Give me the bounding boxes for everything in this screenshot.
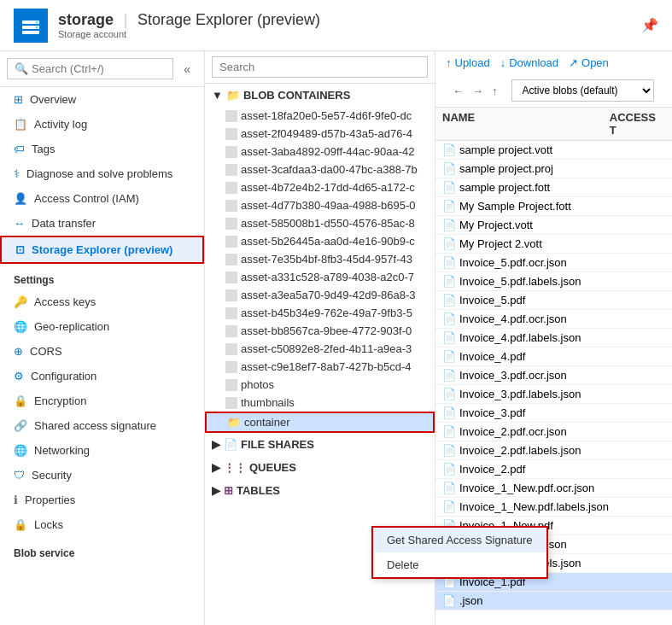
access-control-label: Access Control (IAM) (34, 192, 139, 205)
encryption-icon: 🔒 (14, 394, 27, 407)
file-row selected-2[interactable]: 📄 .json (435, 592, 672, 610)
file-icon: 📄 (442, 594, 454, 607)
sidebar-item-configuration[interactable]: ⚙ Configuration (0, 364, 204, 388)
file-name: Invoice_5.pdf.labels.json (459, 275, 665, 288)
open-button[interactable]: ↗ Open (569, 56, 609, 69)
file-row[interactable]: 📄 Invoice_3.pdf.ocr.json (435, 366, 672, 385)
tree-item[interactable]: asset-a331c528-a789-4038-a2c0-7 (205, 268, 435, 286)
sidebar-item-access-control[interactable]: 👤 Access Control (IAM) (0, 186, 204, 211)
geo-replication-label: Geo-replication (34, 320, 109, 333)
tree-item-label: asset-c50892e8-2fed-4b11-a9ea-3 (241, 342, 412, 355)
file-row[interactable]: 📄 My Project.vott (435, 216, 672, 235)
tree-item[interactable]: asset-4d77b380-49aa-4988-b695-0 (205, 196, 435, 214)
tree-item-photos[interactable]: photos (205, 376, 435, 394)
file-row[interactable]: 📄 Invoice_4.pdf.ocr.json (435, 310, 672, 329)
search-input[interactable] (32, 62, 166, 75)
tree-item[interactable]: asset-585008b1-d550-4576-85ac-8 (205, 214, 435, 232)
collapse-button[interactable]: « (177, 59, 197, 79)
tree-item-label: asset-4d77b380-49aa-4988-b695-0 (241, 199, 416, 212)
file-row[interactable]: 📄 My Project 2.vott (435, 235, 672, 254)
tree-item[interactable]: asset-c50892e8-2fed-4b11-a9ea-3 (205, 340, 435, 358)
file-row[interactable]: 📄 Invoice_3.pdf.labels.json (435, 385, 672, 404)
networking-icon: 🌐 (14, 444, 27, 457)
file-row[interactable]: 📄 Invoice_2.pdf.labels.json (435, 441, 672, 460)
file-name: Invoice_1_New.pdf.ocr.json (459, 482, 665, 494)
file-name: Invoice_4.pdf.labels.json (459, 331, 665, 344)
file-row[interactable]: 📄 Invoice_5.pdf.ocr.json (435, 254, 672, 272)
file-row[interactable]: 📄 sample project.fott (435, 178, 672, 197)
tree-item[interactable]: asset-bb8567ca-9bee-4772-903f-0 (205, 322, 435, 340)
security-label: Security (32, 469, 72, 482)
file-row[interactable]: 📄 Invoice_2.pdf.ocr.json (435, 423, 672, 441)
toolbar: ↑ Upload ↓ Download ↗ Open ← → ↑ Active … (435, 51, 672, 108)
file-name: Invoice_3.pdf.ocr.json (459, 369, 665, 382)
file-row[interactable]: 📄 Invoice_2.pdf (435, 460, 672, 479)
sidebar-item-locks[interactable]: 🔒 Locks (0, 512, 204, 537)
file-shares-section-row[interactable]: ▶ 📄 FILE SHARES (205, 433, 435, 456)
tree-expand-arrow[interactable]: ▼ (212, 89, 223, 102)
file-row[interactable]: 📄 sample project.vott (435, 141, 672, 160)
security-icon: 🛡 (14, 469, 25, 482)
sidebar-item-encryption[interactable]: 🔒 Encryption (0, 388, 204, 413)
queues-section-row[interactable]: ▶ ⋮⋮ QUEUES (205, 456, 435, 479)
search-box[interactable]: 🔍 (7, 58, 173, 79)
file-row[interactable]: 📄 Invoice_3.pdf (435, 404, 672, 423)
configuration-icon: ⚙ (14, 370, 24, 383)
tree-item[interactable]: asset-2f049489-d57b-43a5-ad76-4 (205, 125, 435, 143)
file-shares-arrow[interactable]: ▶ (212, 438, 220, 451)
file-row[interactable]: 📄 Invoice_1_New.pdf.ocr.json (435, 479, 672, 498)
container-icon (225, 325, 237, 337)
file-row[interactable]: 📄 sample project.proj (435, 160, 672, 178)
tree-item[interactable]: asset-5b26445a-aa0d-4e16-90b9-c (205, 232, 435, 250)
queues-arrow[interactable]: ▶ (212, 461, 220, 474)
cors-label: CORS (30, 345, 62, 358)
tree-item[interactable]: asset-3aba4892-09ff-44ac-90aa-42 (205, 143, 435, 161)
file-row[interactable]: 📄 Invoice_4.pdf (435, 348, 672, 366)
queues-section: ▶ ⋮⋮ QUEUES (205, 456, 435, 479)
sidebar-item-overview[interactable]: ⊞ Overview (0, 87, 204, 112)
tree-item[interactable]: asset-b45b34e9-762e-49a7-9fb3-5 (205, 304, 435, 322)
container-icon (225, 272, 237, 283)
nav-up-button[interactable]: ↑ (488, 83, 501, 99)
sidebar-item-geo-replication[interactable]: 🌐 Geo-replication (0, 314, 204, 339)
file-row[interactable]: 📄 Invoice_5.pdf.labels.json (435, 272, 672, 291)
middle-search-input[interactable] (212, 56, 428, 78)
sidebar-item-data-transfer[interactable]: ↔ Data transfer (0, 211, 204, 236)
locks-label: Locks (34, 518, 63, 531)
sidebar-item-properties[interactable]: ℹ Properties (0, 488, 204, 512)
sidebar-item-diagnose[interactable]: ⚕ Diagnose and solve problems (0, 161, 204, 186)
tree-item[interactable]: asset-18fa20e0-5e57-4d6f-9fe0-dc (205, 107, 435, 125)
sidebar-item-shared-access-signature[interactable]: 🔗 Shared access signature (0, 413, 204, 438)
tree-item-container[interactable]: 📁 container (205, 412, 435, 433)
context-menu-item-get-shared-access[interactable]: Get Shared Access Signature (373, 528, 546, 552)
tree-item[interactable]: asset-a3ea5a70-9d49-42d9-86a8-3 (205, 286, 435, 304)
nav-back-button[interactable]: ← (449, 83, 467, 99)
file-row[interactable]: 📄 My Sample Project.fott (435, 197, 672, 216)
sidebar-item-activity-log[interactable]: 📋 Activity log (0, 112, 204, 137)
file-name: Invoice_2.pdf.labels.json (459, 444, 665, 457)
download-button[interactable]: ↓ Download (500, 56, 558, 69)
nav-forward-button[interactable]: → (469, 83, 487, 99)
upload-button[interactable]: ↑ Upload (446, 56, 490, 69)
tree-item[interactable]: asset-4b72e4b2-17dd-4d65-a172-c (205, 178, 435, 196)
file-icon: 📄 (442, 200, 454, 213)
sidebar-item-networking[interactable]: 🌐 Networking (0, 438, 204, 463)
sidebar-item-storage-explorer[interactable]: ⊡ Storage Explorer (preview) (0, 236, 204, 264)
blob-type-dropdown[interactable]: Active blobs (default) (511, 79, 654, 102)
tables-section-row[interactable]: ▶ ⊞ TABLES (205, 479, 435, 502)
file-row[interactable]: 📄 Invoice_4.pdf.labels.json (435, 329, 672, 348)
sidebar-item-access-keys[interactable]: 🔑 Access keys (0, 289, 204, 314)
tree-item[interactable]: asset-7e35b4bf-8fb3-45d4-957f-43 (205, 250, 435, 268)
tree-item-thumbnails[interactable]: thumbnails (205, 394, 435, 412)
tables-arrow[interactable]: ▶ (212, 484, 220, 497)
sidebar-item-cors[interactable]: ⊕ CORS (0, 339, 204, 364)
file-row[interactable]: 📄 Invoice_1_New.pdf.labels.json (435, 498, 672, 517)
tree-item[interactable]: asset-3cafdaa3-da00-47bc-a388-7b (205, 161, 435, 178)
sidebar-item-tags[interactable]: 🏷 Tags (0, 137, 204, 161)
tree-item[interactable]: asset-c9e18ef7-8ab7-427b-b5cd-4 (205, 358, 435, 376)
sidebar-item-security[interactable]: 🛡 Security (0, 463, 204, 488)
context-menu-item-delete[interactable]: Delete (373, 552, 546, 577)
pin-icon[interactable]: 📌 (641, 17, 658, 33)
file-name: sample project.fott (459, 181, 665, 194)
file-row[interactable]: 📄 Invoice_5.pdf (435, 291, 672, 310)
